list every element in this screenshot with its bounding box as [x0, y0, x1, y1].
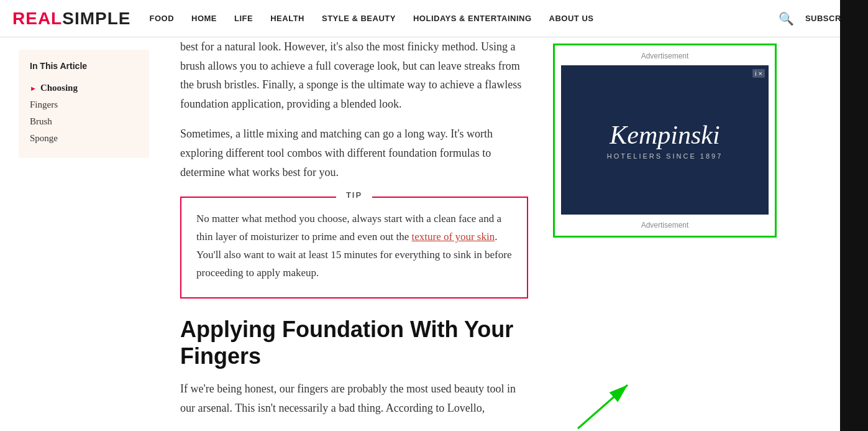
ad-container: Advertisement i × Kempinski HOTELIERS SI… [553, 44, 777, 238]
toc-label-fingers: Fingers [30, 100, 58, 110]
ad-brand-tagline: HOTELIERS SINCE 1897 [607, 152, 723, 160]
toc-label-brush: Brush [30, 116, 52, 127]
site-logo[interactable]: REALSIMPLE [12, 9, 130, 29]
site-header: REALSIMPLE FOOD HOME LIFE HEALTH STYLE &… [0, 0, 868, 37]
toc-box: In This Article ► Choosing Fingers Brush… [19, 50, 149, 158]
toc-item-fingers[interactable]: Fingers [30, 96, 138, 113]
ad-sidebar: Advertisement i × Kempinski HOTELIERS SI… [547, 37, 783, 431]
nav-health[interactable]: HEALTH [270, 14, 304, 23]
table-of-contents-sidebar: In This Article ► Choosing Fingers Brush… [0, 37, 162, 431]
nav-food[interactable]: FOOD [149, 14, 174, 23]
page-layout: In This Article ► Choosing Fingers Brush… [0, 37, 868, 431]
toc-label-sponge: Sponge [30, 133, 58, 144]
ad-label-top: Advertisement [561, 52, 769, 60]
tip-content: No matter what method you choose, always… [181, 200, 527, 297]
ad-banner[interactable]: i × Kempinski HOTELIERS SINCE 1897 [561, 65, 769, 215]
article-paragraph-2: Sometimes, a little mixing and matching … [180, 124, 528, 182]
toc-arrow-icon: ► [30, 85, 37, 92]
article-content: best for a natural look. However, it's a… [162, 37, 547, 431]
toc-item-choosing[interactable]: ► Choosing [30, 80, 138, 96]
nav-home[interactable]: HOME [191, 14, 217, 23]
tip-box: TIP No matter what method you choose, al… [180, 197, 528, 299]
arrow-indicator [565, 373, 640, 431]
nav-holidays[interactable]: HOLIDAYS & ENTERTAINING [413, 14, 532, 23]
section-heading-fingers: Applying Foundation With Your Fingers [180, 316, 528, 369]
article-paragraph-1: best for a natural look. However, it's a… [180, 37, 528, 113]
tip-header: TIP [181, 189, 527, 200]
svg-line-1 [578, 385, 628, 429]
nav-life[interactable]: LIFE [234, 14, 253, 23]
ad-label-bottom: Advertisement [561, 221, 769, 229]
article-paragraph-3: If we're being honest, our fingers are p… [180, 379, 528, 417]
nav-style-beauty[interactable]: STYLE & BEAUTY [322, 14, 396, 23]
nav-about-us[interactable]: ABOUT US [549, 14, 594, 23]
tip-link[interactable]: texture of your skin [412, 231, 495, 243]
logo-simple: SIMPLE [62, 9, 130, 28]
black-side-bar [840, 0, 868, 431]
ad-info-badge[interactable]: i × [752, 69, 765, 78]
tip-label: TIP [336, 190, 372, 200]
search-icon[interactable]: 🔍 [779, 11, 794, 26]
toc-title: In This Article [30, 61, 138, 71]
toc-item-sponge[interactable]: Sponge [30, 130, 138, 147]
main-nav: FOOD HOME LIFE HEALTH STYLE & BEAUTY HOL… [149, 14, 778, 23]
toc-label-choosing: Choosing [40, 83, 78, 93]
logo-real: REAL [12, 9, 62, 28]
ad-brand-name: Kempinski [610, 120, 720, 150]
toc-item-brush[interactable]: Brush [30, 113, 138, 130]
